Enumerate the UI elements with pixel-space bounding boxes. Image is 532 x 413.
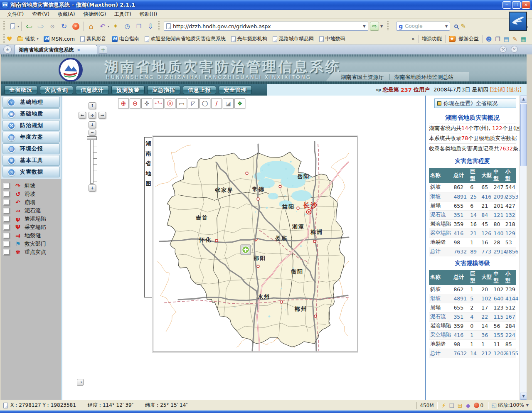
search-box[interactable]: g Google ▼ <box>396 22 450 31</box>
layer-checkbox[interactable] <box>3 233 10 238</box>
sidebar-group-年度方案[interactable]: ▤年度方案 <box>2 132 60 143</box>
minimize-button[interactable]: ─ <box>502 1 511 9</box>
sidebar-group-灾害数据[interactable]: ◷灾害数据 <box>2 167 60 177</box>
measure-distance-button[interactable]: ←?→ <box>153 98 164 108</box>
tab-active[interactable]: 湖南省地质灾害信息系统 ✕ <box>14 45 97 54</box>
history-button[interactable]: ◷ <box>122 21 133 32</box>
exit-link[interactable]: [退出] <box>507 86 522 93</box>
links-item[interactable]: 暴风影音 <box>80 35 106 42</box>
pan-button[interactable]: ✜ <box>141 98 152 108</box>
layer-checkbox[interactable] <box>3 216 10 222</box>
scroll-down-icon[interactable]: ▼ <box>520 393 527 400</box>
nav-tab-预测预警[interactable]: 预测预警 <box>111 86 145 94</box>
nav-tab-信息统计[interactable]: 信息统计 <box>76 86 109 94</box>
layer-row-地裂缝[interactable]: ⇉地裂缝 <box>3 231 61 240</box>
logout-link[interactable]: [注销] <box>490 86 505 93</box>
layer-row-崩塌[interactable]: ↶崩塌 <box>3 198 61 206</box>
zoom-slider-thumb[interactable] <box>87 136 97 140</box>
layer-row-采空塌陷[interactable]: Ψ采空塌陷 <box>3 223 61 231</box>
address-bar[interactable]: http://dzzh.hndh.gov.cn/gridweb.aspx ▼ <box>164 22 368 31</box>
sidebar-group-基本工具[interactable]: ⚙基本工具 <box>2 155 60 166</box>
zoom-slider-rail[interactable] <box>90 138 94 184</box>
zoom-level[interactable]: 缩放:100% <box>498 402 524 409</box>
maximize-button[interactable]: ❐ <box>512 1 521 9</box>
vertical-scrollbar[interactable]: ▲ ▼ <box>520 96 527 400</box>
popup-blocked-icon[interactable]: ⊞ <box>458 402 463 409</box>
links-item[interactable]: 欢迎登陆湖南省地质灾害信息系统 <box>145 35 226 42</box>
scroll-up-icon[interactable]: ▲ <box>520 96 527 103</box>
magic-fill-button[interactable]: ✦ <box>110 21 121 32</box>
links-item[interactable]: 中地数码 <box>319 35 345 42</box>
zoom-slider-minus-button[interactable]: − <box>89 130 96 135</box>
menu-item[interactable]: 收藏(A) <box>54 10 79 19</box>
nav-tab-信息上报[interactable]: 信息上报 <box>183 86 216 94</box>
pan-center-button[interactable]: ✛ <box>89 112 96 119</box>
layer-checkbox[interactable] <box>3 191 10 197</box>
dropdown-caret-icon[interactable]: ▾ <box>17 25 19 28</box>
menu-item[interactable]: 文件(F) <box>3 10 27 19</box>
link-land-resources[interactable]: 湖南省国土资源厅 <box>341 74 384 81</box>
stop-button[interactable]: ✕ <box>70 21 81 32</box>
page-flip-icon[interactable]: ❏ <box>449 402 454 409</box>
zoom-dropdown-icon[interactable]: ▼ <box>526 403 529 407</box>
close-button[interactable]: ✕ <box>522 1 530 9</box>
links-item[interactable]: ♥ <box>7 35 12 43</box>
recent-dropdown-button[interactable]: ⊙ <box>47 21 58 32</box>
nav-tab-安全管理[interactable]: 安全管理 <box>219 86 252 94</box>
full-extent-button[interactable]: ❖ <box>234 98 245 108</box>
layer-row-斜坡[interactable]: ↷斜坡 <box>3 182 61 190</box>
new-page-button[interactable] <box>7 21 18 32</box>
lightning-icon[interactable]: ⚡ <box>442 402 446 409</box>
links-item[interactable]: 光年摄影机构 <box>231 35 267 42</box>
layer-checkbox[interactable] <box>3 224 10 230</box>
links-item[interactable]: 觅路城市精品网 <box>273 35 314 42</box>
select-rectangle-button[interactable]: ▭ <box>176 98 187 108</box>
menu-item[interactable]: 工具(T) <box>111 10 135 19</box>
sidebar-group-基础地理[interactable]: »基础地理 <box>2 97 60 108</box>
maxthon-charity-link[interactable]: 傲游公益 <box>459 35 479 42</box>
menu-item[interactable]: 快捷组(G) <box>79 10 110 19</box>
layer-row-救灾部门[interactable]: ⚑救灾部门 <box>3 240 61 248</box>
nav-tab-灾点查询[interactable]: 灾点查询 <box>40 86 73 94</box>
home-button[interactable]: ⌂ <box>86 21 96 32</box>
layer-checkbox[interactable] <box>3 183 10 189</box>
new-tab-button[interactable]: + <box>99 46 107 54</box>
tab-setup-button[interactable]: ⚒ <box>500 46 507 53</box>
messenger-icon[interactable]: ☻ <box>486 36 492 42</box>
notes-icon[interactable]: ▤ <box>504 36 509 42</box>
links-item[interactable]: MMSN.com <box>44 36 74 42</box>
popup-counter[interactable]: 0 <box>474 403 484 408</box>
sidebar-group-基础地质[interactable]: ▣基础地质 <box>2 108 60 119</box>
select-circle-button[interactable]: ◯ <box>200 98 210 108</box>
map-canvas[interactable]: 张家界常德岳阳益阳长沙吉首湘潭株洲怀化娄底邵阳衡阳永州郴州 <box>153 136 357 352</box>
layer-row-泥石流[interactable]: ⇝泥石流 <box>3 206 61 215</box>
layer-checkbox[interactable] <box>3 199 10 205</box>
menu-item[interactable]: 查看(V) <box>28 10 53 19</box>
search-engine-dropdown-icon[interactable]: ▼ <box>445 25 448 28</box>
search-icon[interactable] <box>454 25 458 28</box>
address-dropdown-icon[interactable]: ▼ <box>363 24 366 28</box>
menu-item[interactable]: 帮助(H) <box>136 10 161 19</box>
layer-checkbox[interactable] <box>3 208 10 214</box>
dropdown-caret-icon[interactable]: ▾ <box>108 25 109 28</box>
expand-panel-button[interactable]: → <box>77 379 84 386</box>
undo-button[interactable]: ↶ <box>97 21 108 32</box>
link-geo-env-station[interactable]: 湖南省地质环境监测总站 <box>394 74 454 81</box>
zoom-slider-plus-button[interactable]: + <box>89 184 96 192</box>
draw-line-button[interactable]: ∕ <box>211 98 222 108</box>
overflow-chevron-icon[interactable]: » <box>411 36 414 42</box>
sidebar-group-环境公报[interactable]: ▥环境公报 <box>2 143 60 154</box>
zoom-in-button[interactable]: ⊕ <box>118 98 129 108</box>
scroll-thumb[interactable] <box>520 104 527 166</box>
pan-up-button[interactable]: ↑ <box>89 102 96 109</box>
layer-checkbox[interactable] <box>3 249 10 255</box>
layer-checkbox[interactable] <box>3 241 10 247</box>
zoom-out-button[interactable]: ⊖ <box>130 98 140 108</box>
tab-close-icon[interactable]: ✕ <box>77 48 80 52</box>
download-button[interactable]: ⇩ <box>145 21 156 32</box>
gem-icon[interactable]: ◆ <box>466 402 470 409</box>
sidebar-group-防治规划[interactable]: ⚒防治规划 <box>2 120 60 131</box>
measure-area-button[interactable]: Ⓢ <box>165 98 175 108</box>
tab-close-all-button[interactable]: ✕ <box>511 46 518 53</box>
refresh-button[interactable]: ↻ <box>59 21 69 32</box>
